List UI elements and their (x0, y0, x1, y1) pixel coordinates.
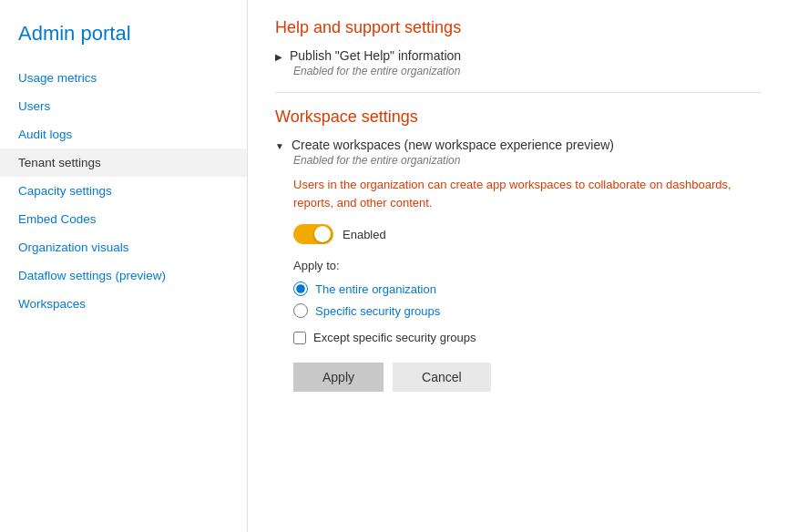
radio-specific-groups-input[interactable] (293, 303, 308, 318)
embed-codes-link[interactable]: Embed Codes (18, 212, 97, 226)
toggle-row: Enabled (293, 224, 761, 244)
workspace-description: Users in the organization can create app… (293, 176, 761, 211)
users-link[interactable]: Users (18, 99, 50, 113)
radio-specific-groups: Specific security groups (293, 303, 761, 318)
radio-specific-groups-label[interactable]: Specific security groups (315, 304, 440, 318)
radio-entire-org-input[interactable] (293, 281, 308, 296)
workspace-section: Workspace settings Create workspaces (ne… (275, 107, 761, 392)
sidebar-item-workspaces[interactable]: Workspaces (0, 290, 247, 318)
apply-button[interactable]: Apply (293, 363, 384, 392)
apply-to-section: Apply to: The entire organization Specif… (293, 259, 761, 392)
dataflow-settings-link[interactable]: Dataflow settings (preview) (18, 269, 166, 282)
organization-visuals-link[interactable]: Organization visuals (18, 240, 129, 254)
sidebar-item-audit-logs[interactable]: Audit logs (0, 120, 247, 148)
create-workspaces-title: Create workspaces (new workspace experie… (292, 138, 614, 152)
sidebar-nav: Usage metrics Users Audit logs Tenant se… (0, 64, 247, 318)
capacity-settings-link[interactable]: Capacity settings (18, 184, 112, 198)
workspaces-link[interactable]: Workspaces (18, 297, 86, 311)
create-workspaces-subtitle: Enabled for the entire organization (293, 154, 761, 167)
workspace-section-heading: Workspace settings (275, 107, 761, 127)
apply-to-label: Apply to: (293, 259, 761, 272)
publish-get-help-subtitle: Enabled for the entire organization (293, 65, 761, 77)
publish-get-help-item: Publish "Get Help" information Enabled f… (275, 48, 761, 77)
cancel-button[interactable]: Cancel (393, 363, 491, 392)
toggle-knob (314, 226, 331, 242)
audit-logs-link[interactable]: Audit logs (18, 128, 72, 141)
sidebar-item-dataflow-settings[interactable]: Dataflow settings (preview) (0, 261, 247, 290)
title-accent: portal (80, 22, 130, 45)
radio-entire-org-label[interactable]: The entire organization (315, 282, 436, 296)
app-title: Admin portal (0, 15, 247, 64)
enabled-toggle[interactable] (293, 224, 333, 244)
sidebar-item-usage-metrics[interactable]: Usage metrics (0, 64, 247, 92)
publish-get-help-title: Publish "Get Help" information (290, 48, 461, 63)
except-groups-label[interactable]: Except specific security groups (313, 331, 476, 344)
publish-get-help-header[interactable]: Publish "Get Help" information (275, 48, 761, 63)
usage-metrics-link[interactable]: Usage metrics (18, 71, 97, 85)
except-groups-checkbox[interactable] (293, 332, 306, 344)
sidebar-item-users[interactable]: Users (0, 92, 247, 120)
sidebar: Admin portal Usage metrics Users Audit l… (0, 0, 248, 532)
button-row: Apply Cancel (293, 363, 761, 392)
tenant-settings-link[interactable]: Tenant settings (18, 156, 101, 169)
create-workspaces-item: Create workspaces (new workspace experie… (275, 138, 761, 167)
radio-group: The entire organization Specific securit… (293, 281, 761, 318)
sidebar-item-tenant-settings[interactable]: Tenant settings (0, 148, 247, 177)
sidebar-item-embed-codes[interactable]: Embed Codes (0, 205, 247, 233)
sidebar-item-organization-visuals[interactable]: Organization visuals (0, 233, 247, 261)
main-content: Help and support settings Publish "Get H… (248, 0, 788, 532)
radio-entire-org: The entire organization (293, 281, 761, 296)
title-plain: Admin (18, 22, 75, 45)
section-divider (275, 92, 761, 93)
help-section: Help and support settings Publish "Get H… (275, 18, 761, 77)
create-workspaces-header[interactable]: Create workspaces (new workspace experie… (275, 138, 761, 152)
sidebar-item-capacity-settings[interactable]: Capacity settings (0, 177, 247, 205)
help-section-heading: Help and support settings (275, 18, 761, 37)
publish-get-help-arrow[interactable] (275, 48, 282, 63)
except-groups-checkbox-item: Except specific security groups (293, 331, 761, 344)
toggle-label: Enabled (343, 228, 386, 241)
create-workspaces-arrow[interactable] (275, 138, 284, 152)
